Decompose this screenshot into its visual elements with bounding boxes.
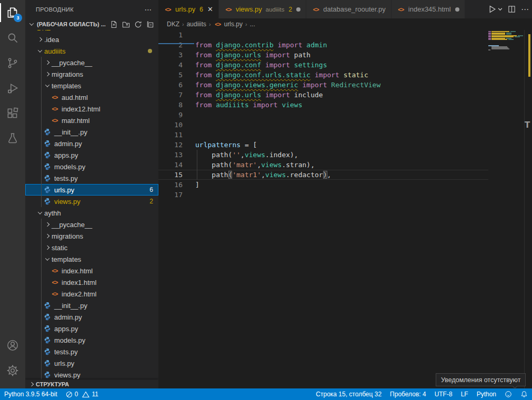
tree-row[interactable]: admin.py (25, 138, 158, 149)
minimap-line (510, 31, 516, 32)
new-folder-icon[interactable] (122, 20, 130, 28)
tab-urls.py[interactable]: <>urls.py6✕ (158, 0, 219, 18)
explorer-more-actions-icon[interactable]: ⋯ (145, 5, 152, 14)
tree-row[interactable]: <>index.html (25, 265, 158, 276)
chevron-right-icon[interactable] (43, 246, 52, 249)
close-icon[interactable]: ✕ (207, 5, 213, 13)
tree-row[interactable]: audiiits (25, 45, 158, 57)
tree-row[interactable]: templates (25, 253, 158, 265)
tab-problems-badge: 2 (289, 6, 293, 13)
collapse-all-icon[interactable] (146, 20, 154, 28)
tree-row[interactable]: tests.py (25, 346, 158, 357)
chevron-right-icon[interactable] (43, 234, 52, 238)
eol-label: LF (461, 391, 468, 398)
language-mode-item[interactable]: Python (473, 388, 500, 400)
tree-row[interactable]: models.py (25, 161, 158, 172)
indentation-item[interactable]: Пробелов: 4 (386, 388, 430, 400)
tree-row[interactable]: models.py (25, 334, 158, 346)
editor-more-actions-icon[interactable]: ⋯ (521, 5, 529, 14)
scrollbar-track[interactable] (524, 30, 525, 388)
line-content: from django.conf.urls.static import stat… (183, 70, 368, 80)
tab-index345.html[interactable]: <>index345.html (392, 0, 465, 18)
new-file-icon[interactable] (110, 20, 118, 28)
refresh-icon[interactable] (134, 20, 142, 28)
modified-dot (148, 49, 152, 53)
code-editor[interactable]: 12from django.contrib import admin3from … (158, 30, 532, 388)
code-line: 1 (158, 30, 488, 40)
tree-row[interactable]: urls.py (25, 357, 158, 369)
code-token: import (261, 61, 294, 69)
breadcrumb-item[interactable]: DKZ (167, 20, 179, 28)
tree-row[interactable]: admin.py (25, 311, 158, 323)
chevron-right-icon[interactable] (43, 73, 52, 76)
split-editor-icon[interactable] (508, 5, 516, 13)
feedback-item[interactable] (500, 388, 516, 400)
tree-row[interactable]: apps.py (25, 323, 158, 334)
tree-row[interactable]: __init__.py (25, 126, 158, 138)
tree-row[interactable]: tests.py (25, 172, 158, 184)
line-content: from django.urls import include (183, 90, 323, 100)
tree-row[interactable]: apps.py (25, 149, 158, 161)
breadcrumb-item[interactable]: <>urls.py (214, 20, 243, 28)
run-file-button[interactable] (488, 5, 503, 14)
breadcrumb-item[interactable]: ... (250, 20, 255, 28)
code-line: 8from audiiits import views (158, 100, 488, 110)
dirty-dot (296, 7, 300, 12)
workspace-section-header[interactable]: (РАБОЧАЯ ОБЛАСТЬ) ... (25, 18, 158, 30)
account-icon (6, 339, 19, 352)
tree-row[interactable]: __pycache__ (25, 57, 158, 68)
tree-row[interactable]: DKZ (25, 30, 158, 34)
settings-button[interactable] (0, 358, 25, 383)
tree-row[interactable]: migrations (25, 230, 158, 242)
chevron-down-icon[interactable] (43, 258, 52, 261)
code-token: .stran), (282, 161, 315, 169)
source-control-activity-button[interactable] (0, 50, 25, 76)
tree-row[interactable]: <>index1.html (25, 276, 158, 288)
problems-item[interactable]: 0 11 (62, 388, 103, 400)
chevron-down-icon[interactable] (43, 84, 52, 87)
tree-row[interactable]: __pycache__ (25, 219, 158, 230)
tree-row[interactable]: .idea (25, 34, 158, 45)
extensions-activity-button[interactable] (0, 101, 25, 126)
tree-row[interactable]: aythh (25, 207, 158, 219)
account-button[interactable] (0, 333, 25, 358)
chevron-right-icon[interactable] (36, 38, 44, 41)
tree-row[interactable]: <>matr.html (25, 115, 158, 126)
tree-row[interactable]: __init__.py (25, 300, 158, 311)
tree-row[interactable]: <>aud.html (25, 91, 158, 103)
cursor-position-item[interactable]: Строка 15, столбец 32 (312, 388, 386, 400)
python-icon (43, 360, 52, 367)
outline-section-header[interactable]: СТРУКТУРА (25, 380, 158, 388)
tree-row[interactable]: static (25, 242, 158, 253)
tree-row[interactable]: views.py2 (25, 196, 158, 207)
tree-row[interactable]: migrations (25, 68, 158, 80)
file-tree: DKZ.ideaaudiiits__pycache__migrationstem… (25, 30, 158, 380)
tree-row[interactable]: templates (25, 80, 158, 91)
html-icon: <> (51, 94, 59, 100)
chevron-right-icon[interactable] (43, 61, 52, 64)
cursor-position-label: Строка 15, столбец 32 (316, 391, 382, 398)
tree-row[interactable]: <>index2.html (25, 288, 158, 300)
tree-row[interactable]: <>index12.html (25, 103, 158, 115)
tree-row[interactable]: views.py (25, 369, 158, 380)
tab-views.py[interactable]: <>views.pyaudiiits2 (219, 0, 306, 18)
chevron-down-icon[interactable] (36, 211, 44, 214)
python-icon (43, 198, 52, 205)
explorer-activity-button[interactable]: 3 (0, 0, 25, 25)
code-token: import (249, 101, 282, 109)
minimap[interactable] (488, 30, 524, 98)
python-interpreter-item[interactable]: Python 3.9.5 64-bit (0, 388, 62, 400)
encoding-item[interactable]: UTF-8 (430, 388, 457, 400)
search-activity-button[interactable] (0, 25, 25, 50)
tree-row[interactable]: urls.py6 (25, 184, 158, 196)
breadcrumb-item[interactable]: audiiits (187, 20, 206, 28)
chevron-down-icon[interactable] (36, 49, 44, 53)
chevron-right-icon[interactable] (43, 223, 52, 226)
run-debug-activity-button[interactable] (0, 76, 25, 101)
eol-item[interactable]: LF (457, 388, 473, 400)
tree-item-label: index.html (62, 267, 93, 275)
testing-activity-button[interactable] (0, 126, 25, 151)
tab-database_roouter.py[interactable]: <>database_roouter.py (306, 0, 392, 18)
notifications-bell-item[interactable] (516, 388, 532, 400)
line-number: 7 (158, 90, 183, 100)
